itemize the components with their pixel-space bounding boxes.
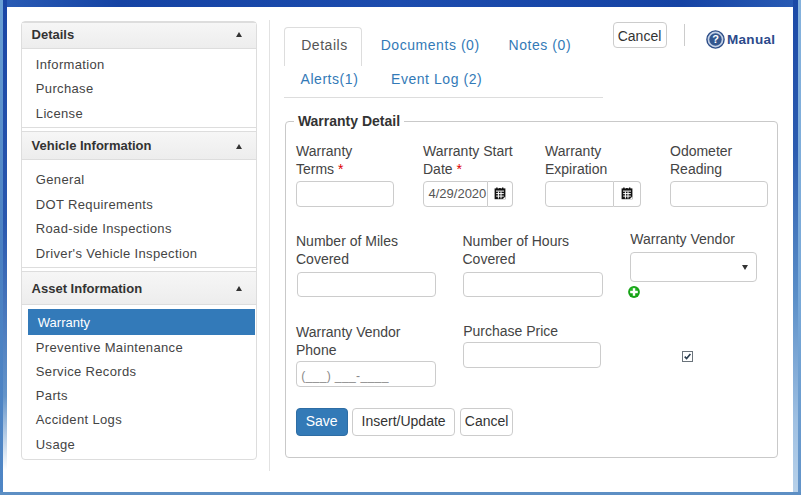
svg-text:?: ? xyxy=(712,33,719,45)
